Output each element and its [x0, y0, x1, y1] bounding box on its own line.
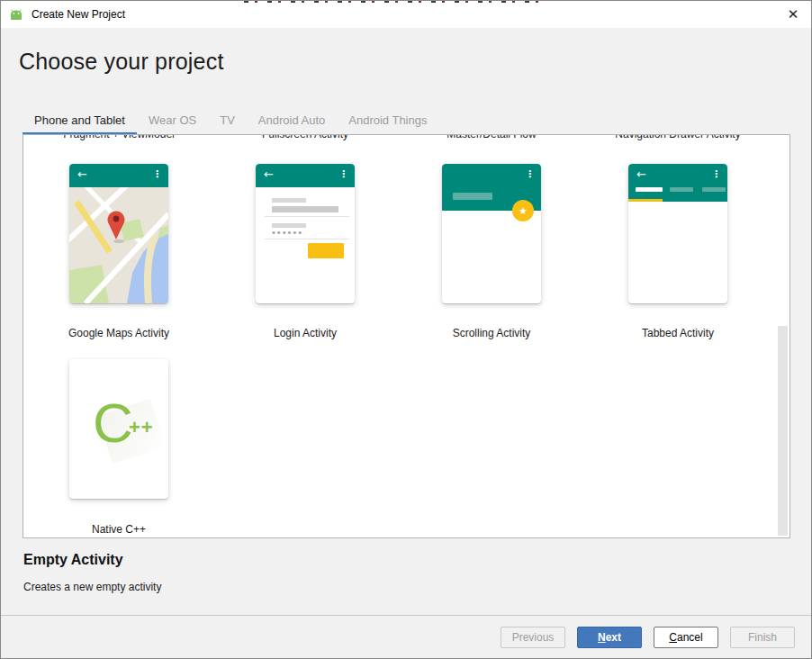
active-tab-bar — [636, 187, 663, 192]
divider — [265, 216, 349, 217]
login-thumbnail: •••••• — [256, 187, 355, 303]
next-rest: ext — [606, 631, 621, 644]
selected-template-title: Empty Activity — [23, 552, 123, 568]
template-card-scrolling-activity[interactable]: ⋮ ★ — [442, 164, 541, 303]
template-card-tabbed-activity[interactable]: ← ⋮ — [628, 164, 727, 303]
card-appbar: ← ⋮ — [256, 164, 355, 187]
card-appbar: ← ⋮ — [628, 164, 727, 202]
card-label-scrolling[interactable]: Scrolling Activity — [399, 327, 584, 339]
window-title: Create New Project — [32, 8, 125, 21]
tab-phone-and-tablet[interactable]: Phone and Tablet — [23, 111, 137, 134]
clipped-label-fragment-viewmodel[interactable]: Fragment + ViewModel — [29, 134, 209, 140]
card-label-login[interactable]: Login Activity — [212, 327, 398, 339]
template-card-google-maps-activity[interactable]: ← ⋮ — [69, 164, 168, 303]
star-fab-icon: ★ — [512, 200, 534, 221]
cpp-plusplus: ++ — [129, 416, 154, 439]
vertical-scrollbar[interactable] — [778, 326, 788, 536]
cancel-rest: ancel — [677, 631, 703, 644]
tab-android-things[interactable]: Android Things — [337, 111, 438, 134]
template-card-login-activity[interactable]: ← ⋮ •••••• — [256, 164, 355, 303]
title-bar: Create New Project ✕ — [1, 1, 811, 28]
template-card-native-cpp[interactable]: C ++ — [69, 359, 168, 499]
back-arrow-icon: ← — [636, 167, 646, 181]
dialog-button-bar: Previous Next Cancel Finish — [1, 615, 811, 658]
card-label-tabbed[interactable]: Tabbed Activity — [585, 327, 771, 339]
template-grid: Fragment + ViewModel Fullscreen Activity… — [23, 134, 790, 538]
overflow-menu-icon: ⋮ — [711, 168, 721, 180]
login-button-shape — [308, 243, 344, 258]
overflow-menu-icon: ⋮ — [152, 168, 162, 180]
tab-bar: Phone and Tablet Wear OS TV Android Auto… — [23, 111, 438, 134]
card-appbar: ← ⋮ — [69, 164, 168, 187]
login-label-bar — [272, 198, 306, 203]
tab-bar-3 — [702, 187, 726, 192]
card-label-google-maps[interactable]: Google Maps Activity — [26, 327, 212, 339]
clipped-label-navigation-drawer-activity[interactable]: Navigation Drawer Activity — [588, 134, 768, 140]
card-label-native-cpp[interactable]: Native C++ — [26, 523, 212, 536]
tab-wear-os[interactable]: Wear OS — [137, 111, 208, 134]
login-input-bar — [272, 206, 338, 212]
overflow-menu-icon: ⋮ — [525, 168, 535, 180]
next-button[interactable]: Next — [577, 627, 642, 648]
android-icon — [8, 8, 24, 21]
back-arrow-icon: ← — [264, 167, 274, 181]
finish-button[interactable]: Finish — [730, 627, 795, 648]
map-thumbnail — [69, 187, 168, 303]
create-new-project-dialog: Create New Project ✕ Choose your project… — [0, 0, 812, 659]
tab-tv[interactable]: TV — [208, 111, 247, 134]
tab-android-auto[interactable]: Android Auto — [247, 111, 337, 134]
next-mnemonic: N — [598, 631, 606, 644]
tab-indicator — [628, 199, 663, 202]
title-placeholder-bar — [453, 193, 492, 200]
back-arrow-icon: ← — [77, 167, 87, 181]
cancel-mnemonic: C — [669, 631, 677, 644]
cpp-thumbnail: C ++ — [69, 359, 168, 499]
close-icon[interactable]: ✕ — [775, 1, 811, 28]
previous-button[interactable]: Previous — [501, 627, 565, 648]
password-dots: •••••• — [272, 227, 303, 238]
page-title: Choose your project — [19, 49, 224, 75]
clipped-label-fullscreen-activity[interactable]: Fullscreen Activity — [215, 134, 395, 140]
cpp-letter: C — [93, 395, 133, 451]
cancel-button[interactable]: Cancel — [654, 627, 718, 648]
tab-bar-2 — [670, 187, 693, 192]
divider — [265, 239, 349, 239]
overflow-menu-icon: ⋮ — [338, 168, 348, 180]
clipped-label-master-detail-flow[interactable]: Master/Detail Flow — [401, 134, 582, 140]
background-artifact — [244, 1, 541, 3]
selected-template-description: Creates a new empty activity — [23, 581, 161, 593]
